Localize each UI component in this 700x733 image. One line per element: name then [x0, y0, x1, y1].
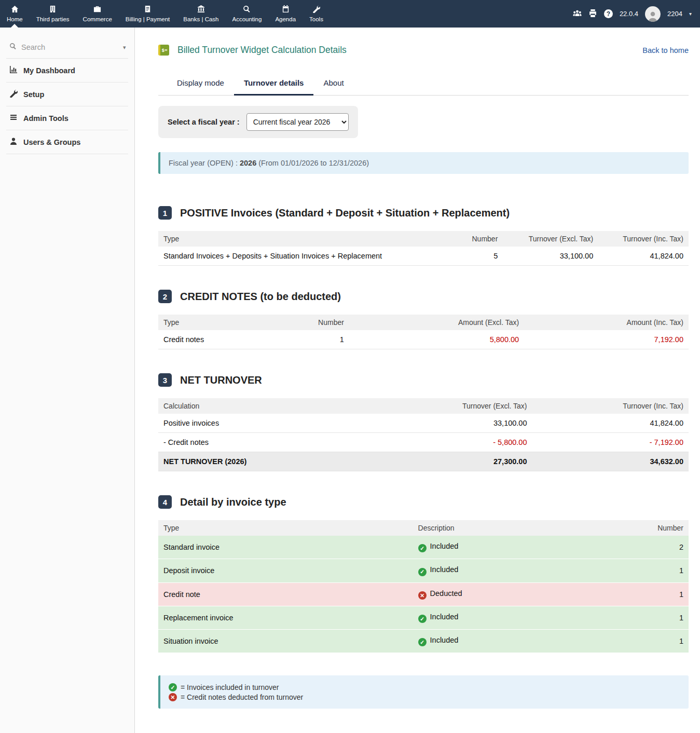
- back-to-home-link[interactable]: Back to home: [642, 46, 689, 55]
- nav-banks-cash[interactable]: Banks | Cash: [176, 0, 225, 28]
- tab-about[interactable]: About: [313, 73, 353, 95]
- search-icon: [9, 43, 17, 52]
- fiscal-year-info-box: Fiscal year (OPEN) : 2026 (From 01/01/20…: [158, 152, 689, 174]
- check-circle-icon: ✓: [418, 638, 427, 646]
- nav-agenda[interactable]: Agenda: [268, 0, 303, 28]
- col-header: Description: [413, 520, 609, 536]
- topbar-right: ? 22.0.4 2204 ▾: [573, 0, 700, 28]
- check-circle-icon: ✓: [418, 615, 427, 623]
- section-title: POSITIVE Invoices (Standard + Deposit + …: [180, 207, 510, 219]
- user-menu-caret-icon[interactable]: ▾: [689, 11, 692, 17]
- legend-deducted-text: = Credit notes deducted from turnover: [181, 693, 303, 701]
- nav-commerce-label: Commerce: [83, 16, 112, 22]
- sidebar-item-label: Users & Groups: [23, 138, 80, 146]
- turnover-widget-icon: $=: [158, 45, 169, 56]
- sidebar-item-users-groups[interactable]: Users & Groups: [6, 130, 128, 154]
- sidebar-item-label: My Dashboard: [23, 66, 75, 75]
- cell-number: 1: [609, 559, 689, 582]
- table-row: Standard Invoices + Deposits + Situation…: [158, 247, 689, 266]
- section-detail-by-invoice-type: 4 Detail by invoice type Type Descriptio…: [158, 495, 689, 653]
- multiuser-icon[interactable]: [573, 9, 582, 19]
- cell-type: Credit note: [158, 582, 413, 606]
- section-net-turnover: 3 NET TURNOVER Calculation Turnover (Exc…: [158, 373, 689, 471]
- credit-notes-table: Type Number Amount (Excl. Tax) Amount (I…: [158, 315, 689, 349]
- fiscal-year-select[interactable]: Current fiscal year 2026: [246, 113, 349, 131]
- home-icon: [11, 5, 19, 14]
- nav-accounting[interactable]: Accounting: [225, 0, 268, 28]
- table-row: Situation invoice ✓Included 1: [158, 630, 689, 653]
- status-label: Included: [430, 636, 459, 644]
- col-header: Turnover (Excl. Tax): [503, 231, 598, 247]
- user-icon: [9, 137, 18, 147]
- search-input[interactable]: [21, 43, 118, 51]
- bank-icon: [197, 5, 205, 14]
- wrench-icon: [9, 89, 18, 99]
- cell-calculation: Positive invoices: [158, 414, 370, 433]
- cell-turnover-incl: 41,824.00: [598, 247, 689, 266]
- fiscal-info-year: 2026: [240, 159, 256, 167]
- section-credit-notes: 2 CREDIT NOTES (to be deducted) Type Num…: [158, 290, 689, 349]
- cell-turnover-excl: 33,100.00: [503, 247, 598, 266]
- nav-third-parties[interactable]: Third parties: [30, 0, 76, 28]
- nav-home[interactable]: Home: [0, 0, 30, 28]
- nav-commerce[interactable]: Commerce: [76, 0, 119, 28]
- legend-included: ✓ = Invoices included in turnover: [169, 683, 680, 691]
- main-menu: Home Third parties Commerce Billing | Pa…: [0, 0, 330, 28]
- fiscal-year-panel: Select a fiscal year : Current fiscal ye…: [158, 106, 358, 138]
- section-title: Detail by invoice type: [180, 496, 286, 508]
- sidebar-item-setup[interactable]: Setup: [6, 83, 128, 106]
- cross-circle-icon: ✕: [418, 591, 427, 600]
- table-row: Deposit invoice ✓Included 1: [158, 559, 689, 582]
- nav-banks-cash-label: Banks | Cash: [183, 16, 218, 22]
- table-row: Replacement invoice ✓Included 1: [158, 606, 689, 629]
- printer-icon[interactable]: [588, 9, 597, 19]
- col-header: Type: [158, 315, 291, 330]
- cell-description: ✓Included: [413, 559, 609, 582]
- cell-type: Standard invoice: [158, 536, 413, 559]
- calendar-icon: [282, 5, 290, 14]
- nav-billing-payment-label: Billing | Payment: [126, 16, 170, 22]
- section-badge: 4: [158, 495, 172, 509]
- cell-type: Standard Invoices + Deposits + Situation…: [158, 247, 423, 266]
- sidebar-item-admin-tools[interactable]: Admin Tools: [6, 106, 128, 130]
- avatar[interactable]: [645, 6, 661, 22]
- cell-number: 5: [423, 247, 503, 266]
- cell-number: 1: [609, 606, 689, 629]
- sidebar-item-my-dashboard[interactable]: My Dashboard: [6, 59, 128, 83]
- col-header: Number: [291, 315, 349, 330]
- sidebar-search: ▾: [6, 40, 128, 59]
- tools-icon: [312, 5, 320, 14]
- tab-turnover-details[interactable]: Turnover details: [234, 73, 314, 96]
- page-head: $= Billed Turnover Widget Calculation De…: [158, 45, 689, 56]
- tab-display-mode[interactable]: Display mode: [167, 73, 234, 95]
- legend-included-text: = Invoices included in turnover: [181, 683, 279, 691]
- main-content: $= Billed Turnover Widget Calculation De…: [135, 28, 700, 733]
- help-icon[interactable]: ?: [604, 9, 613, 18]
- nav-tools-label: Tools: [309, 16, 323, 22]
- col-header: Turnover (Excl. Tax): [370, 398, 532, 414]
- cell-number: 1: [609, 582, 689, 606]
- cell-description: ✕Deducted: [413, 582, 609, 606]
- cell-number: 1: [609, 630, 689, 653]
- cross-circle-icon: ✕: [169, 693, 177, 701]
- briefcase-icon: [93, 5, 101, 14]
- nav-third-parties-label: Third parties: [36, 16, 70, 22]
- nav-billing-payment[interactable]: Billing | Payment: [119, 0, 176, 28]
- page-title: Billed Turnover Widget Calculation Detai…: [177, 45, 347, 56]
- cell-description: ✓Included: [413, 606, 609, 629]
- check-circle-icon: ✓: [418, 544, 427, 552]
- col-header: Type: [158, 520, 413, 536]
- left-sidebar: ▾ My Dashboard Setup Admin Tools Users &…: [0, 28, 135, 733]
- legend-deducted: ✕ = Credit notes deducted from turnover: [169, 693, 680, 701]
- cell-type: Situation invoice: [158, 630, 413, 653]
- nav-home-label: Home: [7, 16, 23, 22]
- nav-tools[interactable]: Tools: [303, 0, 330, 28]
- search-caret-icon[interactable]: ▾: [123, 44, 126, 51]
- user-login[interactable]: 2204: [667, 10, 682, 18]
- check-circle-icon: ✓: [418, 568, 427, 576]
- table-row: - Credit notes - 5,800.00 - 7,192.00: [158, 433, 689, 452]
- cell-turnover-incl: 41,824.00: [532, 414, 689, 433]
- sidebar-item-label: Admin Tools: [23, 114, 68, 123]
- list-icon: [9, 113, 18, 123]
- cell-type: Credit notes: [158, 330, 291, 349]
